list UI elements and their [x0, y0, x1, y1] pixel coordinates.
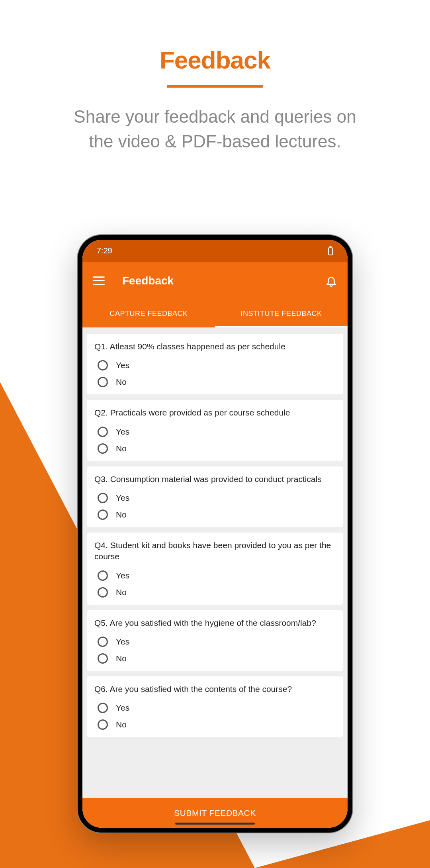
option-label: No	[116, 588, 127, 597]
option-no[interactable]: No	[94, 374, 336, 391]
option-label: Yes	[116, 703, 129, 713]
radio-icon	[98, 360, 108, 370]
page-subtitle: Share your feedback and queries on the v…	[0, 104, 430, 153]
status-bar: 7:29	[82, 240, 348, 262]
option-yes[interactable]: Yes	[94, 358, 336, 374]
battery-icon	[328, 246, 333, 256]
question-text: Q4. Student kit and books have been prov…	[94, 540, 336, 562]
radio-icon	[98, 719, 108, 730]
question-text: Q1. Atleast 90% classes happened as per …	[94, 341, 336, 352]
option-yes[interactable]: Yes	[94, 424, 336, 441]
tab-institute-feedback[interactable]: INSTITUTE FEEDBACK	[215, 300, 348, 327]
radio-icon	[98, 570, 108, 581]
option-no[interactable]: No	[94, 717, 336, 734]
question-text: Q6. Are you satisfied with the contents …	[94, 684, 336, 695]
radio-icon	[98, 703, 108, 713]
phone-screen: 7:29 Feedback CAPTURE FEEDBACK INSTITUTE…	[82, 240, 348, 828]
option-label: Yes	[116, 493, 129, 503]
option-no[interactable]: No	[94, 441, 336, 458]
app-bar: Feedback	[82, 262, 348, 300]
option-yes[interactable]: Yes	[94, 634, 336, 651]
option-label: No	[116, 720, 127, 729]
status-time: 7:29	[97, 246, 112, 255]
option-label: Yes	[116, 637, 129, 647]
radio-icon	[98, 509, 108, 520]
radio-icon	[98, 377, 108, 387]
option-label: No	[116, 510, 127, 519]
subtitle-line-1: Share your feedback and queries on	[74, 107, 356, 126]
option-label: No	[116, 444, 127, 453]
phone-frame: 7:29 Feedback CAPTURE FEEDBACK INSTITUTE…	[78, 235, 352, 833]
home-indicator[interactable]	[175, 823, 255, 825]
title-underline	[167, 85, 263, 88]
menu-icon[interactable]	[93, 276, 105, 285]
option-yes[interactable]: Yes	[94, 490, 336, 507]
notification-icon[interactable]	[325, 275, 337, 287]
option-label: Yes	[116, 361, 129, 370]
app-bar-title: Feedback	[122, 274, 325, 287]
option-label: Yes	[116, 427, 129, 437]
radio-icon	[98, 427, 108, 437]
radio-icon	[98, 493, 108, 503]
feedback-form[interactable]: Q1. Atleast 90% classes happened as per …	[82, 327, 348, 798]
question-card: Q1. Atleast 90% classes happened as per …	[87, 334, 343, 394]
option-no[interactable]: No	[94, 507, 336, 524]
subtitle-line-2: the video & PDF-based lectures.	[89, 131, 341, 151]
option-yes[interactable]: Yes	[94, 700, 336, 717]
radio-icon	[98, 443, 108, 454]
question-text: Q3. Consumption material was provided to…	[94, 474, 336, 485]
question-text: Q5. Are you satisfied with the hygiene o…	[94, 617, 336, 629]
question-card: Q2. Practicals were provided as per cour…	[87, 400, 343, 460]
radio-icon	[98, 637, 108, 647]
option-no[interactable]: No	[94, 651, 336, 668]
radio-icon	[98, 587, 108, 598]
option-no[interactable]: No	[94, 585, 336, 602]
option-yes[interactable]: Yes	[94, 568, 336, 585]
option-label: No	[116, 377, 127, 387]
question-card: Q4. Student kit and books have been prov…	[87, 533, 343, 605]
radio-icon	[98, 653, 108, 664]
svg-rect-0	[328, 248, 332, 255]
tab-capture-feedback[interactable]: CAPTURE FEEDBACK	[82, 300, 215, 327]
question-card: Q6. Are you satisfied with the contents …	[87, 676, 343, 737]
question-card: Q5. Are you satisfied with the hygiene o…	[87, 610, 343, 671]
option-label: Yes	[116, 571, 129, 580]
page-title: Feedback	[0, 0, 430, 74]
svg-rect-1	[330, 247, 331, 248]
option-label: No	[116, 654, 127, 663]
tab-bar: CAPTURE FEEDBACK INSTITUTE FEEDBACK	[82, 300, 348, 327]
question-card: Q3. Consumption material was provided to…	[87, 466, 343, 527]
status-icons	[328, 246, 333, 256]
question-text: Q2. Practicals were provided as per cour…	[94, 407, 336, 418]
